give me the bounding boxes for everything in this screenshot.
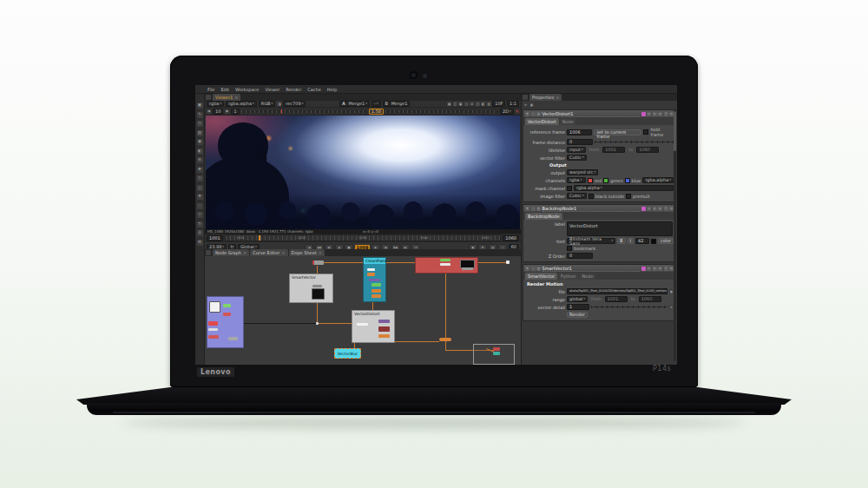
range-out-field[interactable]: 1060 [503, 235, 519, 241]
cliptest-icon[interactable]: ◯ [476, 102, 480, 106]
float-window-icon[interactable]: ▫ [647, 267, 651, 271]
center-node-icon[interactable]: ◎ [536, 112, 541, 116]
color-panel-chip[interactable] [641, 207, 646, 211]
tab-node[interactable]: Node [560, 118, 576, 125]
red-channel-checkbox[interactable] [588, 178, 593, 183]
italic-button[interactable]: I [628, 238, 634, 244]
label-textarea[interactable]: VectorDistort [567, 221, 673, 236]
roi-icon[interactable]: ▣ [458, 102, 463, 106]
close-icon[interactable]: × [234, 95, 238, 100]
font-size-field[interactable]: 42 [635, 238, 649, 244]
maximize-icon[interactable]: ▫ [658, 267, 662, 271]
close-icon[interactable]: × [243, 250, 247, 255]
panel-header[interactable]: ▾◎ VectorDistort1 ▫▫▫?× [523, 110, 675, 117]
viewer-image[interactable] [206, 115, 520, 229]
close-icon[interactable]: × [556, 95, 559, 100]
node[interactable] [208, 321, 218, 326]
reference-frame-field[interactable]: 1006 [567, 129, 592, 135]
blue-channel-checkbox[interactable] [625, 178, 630, 183]
minimize-icon[interactable]: ▫ [653, 207, 657, 211]
3d-icon[interactable]: △ [197, 185, 203, 191]
gain-increase-button[interactable]: ▶ [225, 109, 229, 114]
node[interactable] [208, 335, 219, 339]
pause-icon[interactable]: ▦ [447, 102, 451, 106]
bookmark-checkbox[interactable] [567, 246, 572, 251]
hold-frame-checkbox[interactable] [643, 129, 648, 135]
backdrop-cleanplate[interactable]: CleanPlate [363, 257, 386, 302]
properties-scrollbar[interactable] [674, 109, 676, 361]
range-from-field[interactable]: 1001 [605, 296, 628, 302]
black-outside-checkbox[interactable] [589, 194, 594, 199]
node[interactable] [378, 320, 390, 323]
menu-item[interactable]: Render [286, 87, 301, 92]
close-icon[interactable]: × [281, 250, 285, 255]
minimize-icon[interactable]: ▫ [653, 112, 657, 116]
color-panel-chip[interactable] [641, 267, 646, 271]
node[interactable] [357, 323, 368, 326]
node-color-chip[interactable] [531, 207, 536, 211]
alpha-channel-dropdown[interactable]: rgba.alpha [642, 177, 674, 183]
menu-item[interactable]: Viewer [265, 87, 279, 92]
lifetime-dropdown[interactable]: input [567, 147, 586, 153]
input-process-icon[interactable]: ⊘ [470, 102, 474, 106]
channels-dropdown[interactable]: rgba [567, 177, 586, 183]
vectorblur-node[interactable]: VectorBlur [334, 348, 361, 359]
node[interactable] [223, 313, 231, 316]
vector-detail-field[interactable]: 1 [567, 304, 589, 310]
timeline-track[interactable]: 10101020103010401050 [225, 234, 502, 241]
menu-item[interactable]: File [207, 87, 214, 92]
backdrop-vectordistort[interactable]: VectorDistort [352, 310, 395, 343]
node-graph-canvas[interactable]: SmartVector CleanPlate [205, 256, 521, 365]
menu-item[interactable]: Workspace [235, 87, 259, 92]
gamma-slider[interactable] [385, 110, 498, 113]
set-to-current-frame-button[interactable]: set to current frame [594, 129, 641, 135]
wipe-icon[interactable]: ◨ [277, 102, 281, 106]
help-icon[interactable]: ? [664, 112, 668, 116]
collapse-arrow-icon[interactable]: ▾ [525, 112, 529, 116]
node[interactable] [208, 328, 218, 331]
read-node[interactable] [209, 301, 220, 313]
alpha-dropdown[interactable]: rgba.alpha [226, 101, 257, 107]
backdrop-bottom-right[interactable] [473, 344, 515, 365]
display-mode-dropdown[interactable]: RGB [259, 101, 276, 107]
help-icon[interactable]: ? [664, 267, 668, 271]
channel-icon[interactable]: ▤ [197, 130, 203, 136]
deep-icon[interactable]: ∷ [197, 203, 203, 209]
filter-icon[interactable]: ◐ [197, 148, 203, 155]
frame-increment-display[interactable]: 10F [492, 101, 505, 107]
smartvector-node[interactable] [312, 288, 325, 300]
lut-dropdown[interactable]: rec709 [283, 101, 306, 107]
color-panel-chip[interactable] [641, 112, 646, 116]
b-input-dropdown[interactable]: B Merge1 [383, 101, 411, 107]
collapse-arrow-icon[interactable]: ▾ [525, 267, 529, 271]
mask-checkbox[interactable] [567, 186, 572, 191]
node[interactable] [440, 263, 450, 266]
file-path-field[interactable]: shots/Sq001_Shot_0150/2D/Vectors/Sq001_S… [567, 288, 667, 294]
gamma-value[interactable]: 1.58 [369, 109, 384, 115]
proxy-icon[interactable]: ◻ [464, 102, 469, 106]
image-icon[interactable]: ▣ [197, 102, 203, 109]
draw-icon[interactable]: ✎ [197, 112, 203, 118]
menu-item[interactable]: Edit [220, 87, 229, 92]
panel-header[interactable]: ▾◎ SmartVector1 ▫▫▫?× [523, 265, 675, 272]
premult-checkbox[interactable] [626, 194, 631, 199]
node-color-chip[interactable] [531, 112, 536, 116]
lifetime-from-field[interactable]: 1001 [602, 147, 625, 153]
layout-icon[interactable]: ≡ [523, 102, 528, 107]
dot-node[interactable] [439, 338, 451, 341]
backdrop-read-group[interactable] [207, 296, 244, 348]
vectordistort-node[interactable] [378, 326, 390, 332]
zoom-level-display[interactable]: 1:1 [507, 101, 519, 107]
refresh-icon[interactable]: ◫ [453, 102, 457, 106]
pane-menu-icon[interactable] [206, 250, 211, 255]
node[interactable] [493, 347, 500, 351]
transform-icon[interactable]: ◇ [197, 175, 203, 181]
views-icon[interactable]: ▽ [197, 212, 203, 218]
maximize-icon[interactable]: ▫ [658, 207, 662, 211]
tab-properties[interactable]: Properties × [529, 94, 562, 101]
output-dropdown[interactable]: warped src [567, 169, 598, 175]
roi-pencil-icon[interactable]: ✎ [516, 109, 519, 114]
mask-overlay-icon[interactable]: ▥ [487, 102, 491, 106]
node[interactable] [462, 267, 473, 270]
compare-dropdown[interactable]: - [372, 101, 381, 107]
